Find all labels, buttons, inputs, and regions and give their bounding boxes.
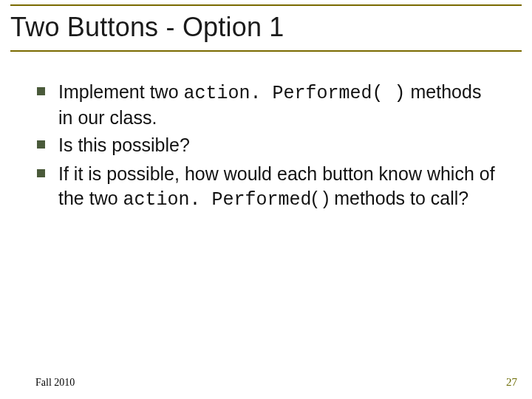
square-bullet-icon [37,87,45,95]
text-run: ( ) methods to call? [312,188,469,208]
bullet-text: Implement two action. Performed( ) metho… [58,80,495,130]
square-bullet-icon [37,140,45,149]
footer-date: Fall 2010 [35,377,75,389]
bullet-text: Is this possible? [58,133,190,159]
slide-title: Two Buttons - Option 1 [10,12,522,43]
square-bullet-icon [37,169,45,177]
bullet-text: If it is possible, how would each button… [58,162,495,212]
text-run: Is this possible? [58,134,190,155]
slide-footer: Fall 2010 27 [0,376,532,389]
title-bar: Two Buttons - Option 1 [10,4,522,52]
list-item: If it is possible, how would each button… [37,162,495,212]
list-item: Is this possible? [37,133,495,159]
text-run: Implement two [58,81,184,102]
code-run: action. Performed [123,189,312,211]
slide-body: Implement two action. Performed( ) metho… [0,52,532,212]
code-run: action. Performed( ) [184,83,406,104]
list-item: Implement two action. Performed( ) metho… [37,80,495,130]
slide-number: 27 [506,376,517,389]
